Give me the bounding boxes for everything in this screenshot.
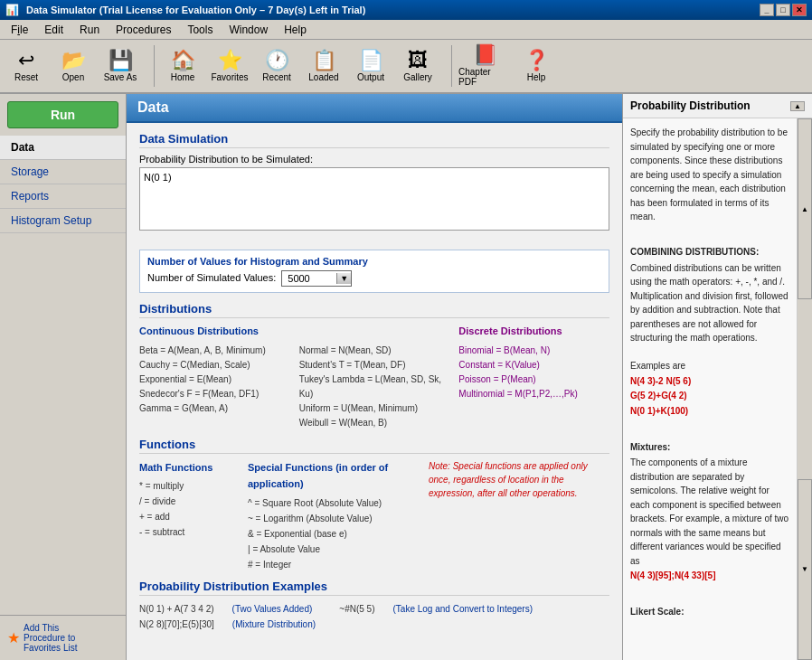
output-icon: 📄 [359,51,383,71]
special-note-col: Note: Special functions are applied only… [429,459,609,572]
continuous-item-5: Gamma = G(Mean, A) [139,401,290,416]
minimize-button[interactable]: _ [760,4,774,16]
panel-likert-head: Likert Scale: [630,605,789,619]
discrete-item-3: Poisson = P(Mean) [458,372,609,387]
open-label: Open [62,72,84,82]
math-item-2: / = divide [139,494,239,509]
example-1-extra-formula: ~#N(5 5) [339,601,374,617]
menu-help[interactable]: Help [277,22,314,38]
recent-button[interactable]: 🕐 Recent [254,42,299,90]
sidebar-item-histogram-setup[interactable]: Histogram Setup [0,209,126,233]
toolbar: ↩ Reset 📂 Open 💾 Save As 🏠 Home ⭐ Favori… [0,40,812,94]
home-button[interactable]: 🏠 Home [160,42,205,90]
panel-para-1: Specify the probability distribution to … [630,126,789,224]
close-button[interactable]: ✕ [792,4,807,16]
menu-run[interactable]: Run [72,22,107,38]
math-functions-col: Math Functions * = multiply / = divide +… [139,459,239,572]
example-2-formula: N(2 8)[70];E(5)[30] [139,617,214,632]
data-simulation-section: Data Simulation Probability Distribution… [139,132,609,240]
maximize-button[interactable]: □ [776,4,790,16]
help-icon: ❓ [524,51,549,71]
add-to-favorites-button[interactable]: ★ Add ThisProcedure toFavorites List [0,615,126,660]
normal-item-4: Uniform = U(Mean, Minimum) [299,401,450,416]
reset-button[interactable]: ↩ Reset [4,42,49,90]
prob-dist-label: Probability Distribution to be Simulated… [139,154,609,165]
special-item-5: # = Integer [248,557,420,572]
scroll-track[interactable] [798,299,812,478]
reset-icon: ↩ [18,51,34,71]
math-item-1: * = multiply [139,478,239,494]
examples-title: Probability Distribution Examples [139,580,609,596]
num-simulated-input[interactable] [282,271,336,286]
scroll-up-arrow[interactable]: ▲ [798,118,812,299]
content-body: Data Simulation Probability Distribution… [127,123,622,648]
gallery-button[interactable]: 🖼 Gallery [395,42,440,90]
loaded-label: Loaded [308,72,338,82]
menu-bar: File Edit Run Procedures Tools Window He… [0,20,812,40]
panel-examples-intro: Examples are [630,359,789,373]
loaded-button[interactable]: 📋 Loaded [301,42,346,90]
menu-window[interactable]: Window [222,22,275,38]
num-simulated-label: Number of Simulated Values: [147,272,276,283]
panel-combining-body: Combined distributions can be written us… [630,261,789,345]
normal-item-2: Student's T = T(Mean, DF) [299,358,450,372]
num-values-title: Number of Values for Histogram and Summa… [147,256,601,267]
separator-1 [154,45,155,87]
num-simulated-combo[interactable]: ▼ [281,270,352,287]
special-item-2: ~ = Logarithm (Absolute Value) [248,511,420,526]
continuous-header: Continuous Distributions [139,324,290,340]
panel-formula-3: N(0 1)+K(100) [630,404,789,419]
favorites-button[interactable]: ⭐ Favorites [207,42,252,90]
chapter-pdf-button[interactable]: 📕 Chapter PDF [458,42,512,90]
output-label: Output [357,72,384,82]
window-controls: _ □ ✕ [760,4,807,16]
content-area: Data Data Simulation Probability Distrib… [127,94,622,660]
scroll-down-arrow[interactable]: ▼ [798,479,812,660]
special-item-3: & = Exponential (base e) [248,526,420,542]
distributions-section: Distributions Continuous Distributions B… [139,302,609,430]
open-button[interactable]: 📂 Open [51,42,96,90]
sidebar: Run Data Storage Reports Histogram Setup… [0,94,127,660]
sidebar-item-storage[interactable]: Storage [0,160,126,184]
right-panel-scrollbar: ▲ ▼ [797,118,812,660]
favorites-label: Favorites [211,72,248,82]
menu-edit[interactable]: Edit [37,22,71,38]
run-button[interactable]: Run [7,101,118,128]
favorites-icon: ⭐ [218,51,242,71]
examples-section: Probability Distribution Examples N(0 1)… [139,580,609,632]
num-values-section: Number of Values for Histogram and Summa… [139,250,609,293]
menu-procedures[interactable]: Procedures [109,22,178,38]
right-panel-title: Probability Distribution [630,99,751,112]
pdf-icon: 📕 [473,45,497,65]
output-button[interactable]: 📄 Output [348,42,393,90]
panel-scroll-up[interactable]: ▲ [790,101,805,111]
open-icon: 📂 [61,51,86,71]
recent-label: Recent [262,72,291,82]
sidebar-item-data[interactable]: Data [0,136,126,160]
num-simulated-dropdown[interactable]: ▼ [336,273,351,284]
menu-file[interactable]: File [4,22,35,38]
panel-mixtures-body: The components of a mixture distribution… [630,456,789,568]
discrete-header: Discrete Distributions [458,324,609,340]
content-header: Data [127,94,622,123]
right-panel-header: Probability Distribution ▲ [623,94,812,118]
panel-formula-2: G(5 2)+G(4 2) [630,389,789,403]
prob-dist-input[interactable]: N(0 1) [139,167,609,231]
sidebar-item-reports[interactable]: Reports [0,184,126,209]
recent-icon: 🕐 [265,51,289,71]
app-icon: 📊 [5,4,19,16]
continuous-item-3: Exponential = E(Mean) [139,372,290,387]
save-as-button[interactable]: 💾 Save As [98,42,143,90]
gallery-icon: 🖼 [408,51,428,71]
help-button[interactable]: ❓ Help [514,42,559,90]
discrete-item-4: Multinomial = M(P1,P2,…,Pk) [458,387,609,401]
example-row-1: N(0 1) + A(7 3 4 2) (Two Values Added) ~… [139,601,609,617]
chapter-pdf-label: Chapter PDF [458,67,511,87]
menu-tools[interactable]: Tools [180,22,220,38]
save-icon: 💾 [109,51,133,71]
special-functions-col: Special Functions (in order of applicati… [248,459,420,572]
main-area: Run Data Storage Reports Histogram Setup… [0,94,812,660]
distributions-title: Distributions [139,302,609,318]
window-title: Data Simulator (Trial License for Evalua… [26,5,365,15]
help-label: Help [527,72,546,82]
